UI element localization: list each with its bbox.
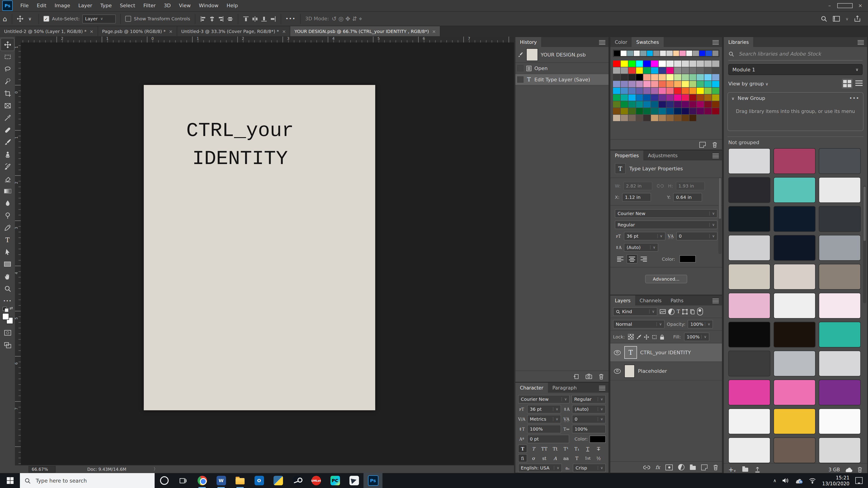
stylistic-alternates-button[interactable]: aa <box>561 454 570 462</box>
swatch[interactable] <box>621 94 628 101</box>
menu-edit[interactable]: Edit <box>33 0 51 11</box>
swatch[interactable] <box>682 74 689 80</box>
layer-filter-kind[interactable]: Kind∨ <box>613 307 657 316</box>
history-source-well[interactable] <box>517 76 524 83</box>
menu-image[interactable]: Image <box>51 0 74 11</box>
swatch[interactable] <box>636 81 643 87</box>
tab-character[interactable]: Character <box>515 383 548 393</box>
swatch[interactable] <box>705 94 712 101</box>
swatch[interactable] <box>682 61 689 67</box>
swatch[interactable] <box>666 51 673 56</box>
swatch[interactable] <box>621 108 628 114</box>
swatch[interactable] <box>712 51 718 56</box>
taskbar-chrome[interactable] <box>193 473 212 488</box>
taskbar-photoshop[interactable]: Ps <box>364 473 382 488</box>
swatch[interactable] <box>705 67 712 74</box>
library-item[interactable] <box>728 409 770 434</box>
swatch[interactable] <box>697 67 704 74</box>
align-text-center-button[interactable] <box>627 254 638 263</box>
swatch[interactable] <box>613 88 620 94</box>
fractions-button[interactable]: ½ <box>594 454 603 462</box>
share-icon[interactable] <box>854 15 861 22</box>
taskbar-bluej[interactable] <box>344 473 364 488</box>
swatch[interactable] <box>706 51 712 56</box>
tab-swatches[interactable]: Swatches <box>632 37 663 47</box>
char-vscale-field[interactable]: 100% <box>527 425 561 433</box>
menu-window[interactable]: Window <box>195 0 223 11</box>
swatch[interactable] <box>659 115 666 121</box>
document-text[interactable]: CTRL_yourIDENTITY <box>124 117 356 173</box>
auto-select-checkbox[interactable]: ✓ <box>43 16 49 22</box>
swatch[interactable] <box>682 67 689 74</box>
new-library-icon[interactable] <box>742 467 748 471</box>
prop-font-select[interactable]: Courier New∨ <box>615 209 717 218</box>
swatch[interactable] <box>659 101 666 107</box>
blend-mode-select[interactable]: Normal∨ <box>613 320 664 328</box>
layer-visibility-icon[interactable] <box>614 350 620 355</box>
tab-close-icon[interactable]: × <box>169 29 173 34</box>
library-item[interactable] <box>819 409 861 434</box>
hand-tool[interactable] <box>1 270 14 283</box>
tab-close-icon[interactable]: × <box>90 29 94 34</box>
adjustment-layer-icon[interactable] <box>678 464 684 470</box>
library-item[interactable] <box>774 437 815 463</box>
restore-button[interactable] <box>837 0 852 11</box>
new-swatch-icon[interactable] <box>700 142 706 148</box>
panel-menu-icon[interactable] <box>712 154 719 158</box>
task-view-button[interactable] <box>174 473 193 488</box>
char-color-swatch[interactable] <box>590 435 606 443</box>
pen-tool[interactable] <box>1 221 14 234</box>
swatch[interactable] <box>621 115 628 121</box>
library-item[interactable] <box>819 148 861 174</box>
swatch[interactable] <box>633 51 640 56</box>
align-right-icon[interactable] <box>218 15 224 22</box>
swatch[interactable] <box>659 108 666 114</box>
lock-artboard-icon[interactable] <box>651 334 657 339</box>
swatch[interactable] <box>686 51 692 56</box>
swatch[interactable] <box>644 94 651 101</box>
swatch[interactable] <box>705 101 712 107</box>
lock-pixels-icon[interactable] <box>636 334 642 339</box>
distribute-h-icon[interactable] <box>252 15 258 22</box>
tab-layers[interactable]: Layers <box>610 295 635 305</box>
library-item[interactable] <box>728 264 770 290</box>
tab-properties[interactable]: Properties <box>610 151 643 160</box>
more-options-icon[interactable]: ••• <box>285 16 296 22</box>
swatch[interactable] <box>689 74 696 80</box>
delete-state-icon[interactable] <box>598 373 604 379</box>
crop-tool[interactable] <box>1 87 14 99</box>
library-item[interactable] <box>819 206 861 232</box>
swatch[interactable] <box>621 81 628 87</box>
new-group-icon[interactable] <box>690 466 696 470</box>
opacity-field[interactable]: 100%∨ <box>688 320 713 328</box>
filter-type-icon[interactable]: T <box>677 308 680 315</box>
swatch[interactable] <box>712 101 719 107</box>
swatch[interactable] <box>613 115 620 121</box>
library-item[interactable] <box>819 264 861 290</box>
delete-layer-icon[interactable] <box>713 464 718 470</box>
swatch[interactable] <box>628 94 636 101</box>
tool-preset-caret-icon[interactable]: ∨ <box>26 15 34 23</box>
search-icon[interactable] <box>821 15 828 22</box>
swatch[interactable] <box>627 51 633 56</box>
delete-swatch-icon[interactable] <box>712 142 717 148</box>
swatch[interactable] <box>674 61 681 67</box>
swatch[interactable] <box>712 74 719 80</box>
taskbar-search-input[interactable] <box>35 477 131 484</box>
char-tracking-select[interactable]: 0∨ <box>572 415 606 423</box>
taskbar-outlook[interactable]: O <box>250 473 269 488</box>
taskbar-pycharm[interactable]: PC <box>326 473 344 488</box>
swatch[interactable] <box>712 81 719 87</box>
filter-shape-icon[interactable] <box>682 309 688 314</box>
superscript-button[interactable]: T¹ <box>561 445 570 453</box>
clock[interactable]: 15:2113/10/2020 <box>822 475 849 486</box>
swatch[interactable] <box>636 88 643 94</box>
char-antialias-select[interactable]: Crisp∨ <box>573 464 606 472</box>
minimize-button[interactable]: – <box>822 0 837 11</box>
menu-3d[interactable]: 3D <box>160 0 175 11</box>
swatch[interactable] <box>644 88 651 94</box>
swatch[interactable] <box>659 61 666 67</box>
swatch[interactable] <box>666 67 674 74</box>
swatch[interactable] <box>628 101 636 107</box>
brush-tool[interactable] <box>1 136 14 148</box>
